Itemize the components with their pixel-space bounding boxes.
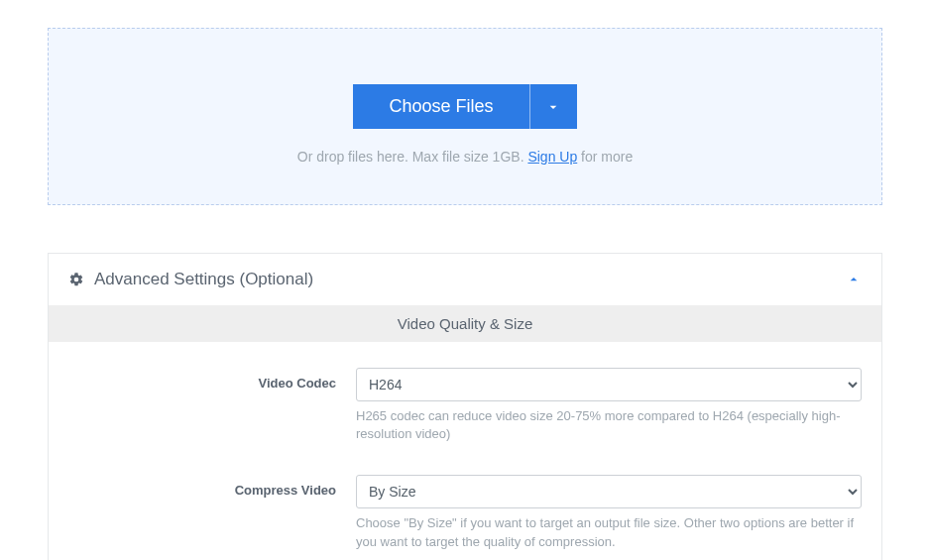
choose-files-button[interactable]: Choose Files: [353, 84, 528, 129]
signup-link[interactable]: Sign Up: [527, 149, 577, 165]
compress-video-select[interactable]: By Size: [356, 475, 862, 508]
video-codec-select[interactable]: H264: [356, 368, 862, 401]
compress-video-row: Compress Video By Size Choose "By Size" …: [68, 475, 862, 550]
video-codec-label: Video Codec: [68, 368, 356, 443]
advanced-settings-title: Advanced Settings (Optional): [94, 270, 313, 289]
advanced-settings-card: Advanced Settings (Optional) Video Quali…: [48, 253, 882, 560]
upload-dropzone[interactable]: Choose Files Or drop files here. Max fil…: [48, 28, 882, 205]
section-title: Video Quality & Size: [49, 305, 881, 342]
upload-hint-suffix: for more: [577, 149, 633, 165]
settings-body: Video Codec H264 H265 codec can reduce v…: [49, 342, 881, 560]
advanced-settings-toggle[interactable]: Advanced Settings (Optional): [49, 254, 881, 305]
upload-hint-prefix: Or drop files here. Max file size 1GB.: [297, 149, 528, 165]
compress-video-label: Compress Video: [68, 475, 356, 550]
choose-files-group: Choose Files: [353, 84, 576, 129]
chevron-up-icon: [846, 272, 862, 287]
compress-video-help: Choose "By Size" if you want to target a…: [356, 514, 862, 550]
choose-files-dropdown[interactable]: [529, 84, 577, 129]
video-codec-row: Video Codec H264 H265 codec can reduce v…: [68, 368, 862, 443]
chevron-down-icon: [545, 99, 561, 115]
gear-icon: [68, 272, 84, 287]
upload-hint: Or drop files here. Max file size 1GB. S…: [68, 149, 862, 165]
video-codec-help: H265 codec can reduce video size 20-75% …: [356, 407, 862, 443]
